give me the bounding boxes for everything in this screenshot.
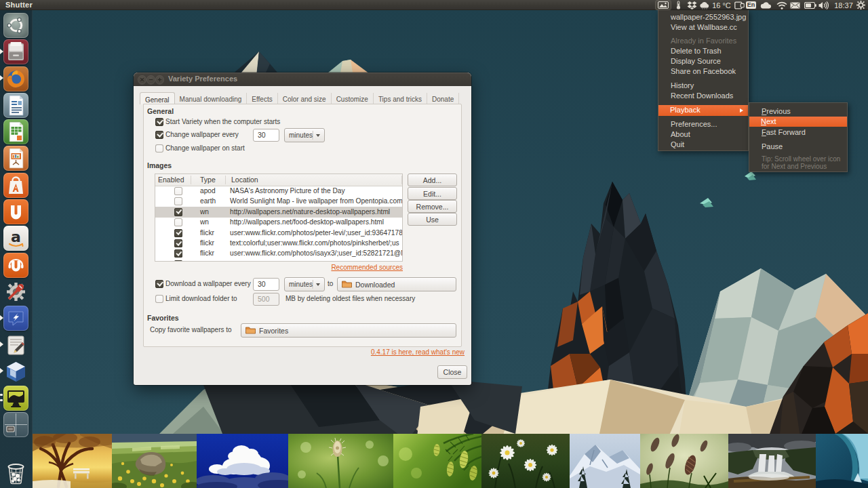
launcher-virtualbox[interactable]: [3, 359, 28, 384]
input-limit-mb[interactable]: 500: [253, 293, 279, 306]
launcher-software-center[interactable]: [3, 173, 28, 198]
menu-item-quit[interactable]: Quit: [659, 140, 747, 150]
column-header-type[interactable]: Type: [191, 174, 226, 186]
checkbox-limit-folder[interactable]: [155, 295, 163, 303]
menu-item-wallpaper-filename[interactable]: wallpaper-2552963.jpg: [659, 12, 747, 22]
thumbnail-waterfall[interactable]: [728, 434, 816, 488]
network-indicator[interactable]: [775, 0, 788, 10]
table-row-flickr-1[interactable]: flickr user:www.flickr.com/photos/peter-…: [155, 228, 402, 238]
launcher-system-settings[interactable]: [3, 279, 28, 304]
close-button[interactable]: Close: [437, 365, 467, 379]
launcher-ubuntu-one[interactable]: [3, 199, 28, 224]
menu-item-recent-downloads[interactable]: Recent Downloads: [659, 91, 747, 101]
window-maximize-button[interactable]: [155, 75, 164, 84]
table-row-earth[interactable]: earth World Sunlight Map - live wallpape…: [155, 197, 402, 207]
sync-indicator[interactable]: [760, 0, 772, 10]
battery-indicator[interactable]: [803, 0, 817, 10]
row-checkbox[interactable]: [174, 260, 182, 262]
row-checkbox[interactable]: [174, 249, 182, 258]
edit-button[interactable]: Edit...: [408, 187, 457, 200]
use-button[interactable]: Use: [408, 213, 457, 226]
menu-item-share-on-facebook[interactable]: Share on Facebook: [659, 66, 747, 77]
menu-item-display-source[interactable]: Display Source: [659, 56, 747, 66]
launcher-ubuntu-one-music[interactable]: [3, 253, 28, 278]
launcher-libreoffice-calc[interactable]: [3, 119, 28, 144]
thumbnail-pine-cones[interactable]: [393, 434, 481, 488]
table-row-flickr-2[interactable]: flickr text:colorful;user:www.flickr.com…: [155, 239, 402, 249]
launcher-dash-home[interactable]: [3, 13, 28, 38]
clipboard-indicator[interactable]: [732, 0, 746, 10]
add-button[interactable]: Add...: [408, 174, 457, 186]
window-titlebar[interactable]: Variety Preferences: [134, 73, 471, 86]
menu-item-view-at-wallbase[interactable]: View at Wallbase.cc: [659, 22, 747, 33]
temperature-label[interactable]: 16 °C: [711, 0, 732, 10]
menu-item-delete-to-trash[interactable]: Delete to Trash: [659, 46, 747, 56]
dropbox-indicator[interactable]: [685, 0, 698, 10]
checkbox-start-on-boot[interactable]: [155, 118, 163, 126]
launcher-trash[interactable]: [3, 461, 28, 486]
weather-indicator[interactable]: [698, 0, 711, 10]
thermometer-indicator[interactable]: [674, 0, 682, 10]
submenu-item-next[interactable]: Next: [749, 117, 847, 127]
row-checkbox[interactable]: [174, 218, 182, 226]
thumbnail-clouds[interactable]: [197, 434, 288, 488]
launcher-amazon[interactable]: a: [3, 226, 28, 251]
launcher-workspace-switcher[interactable]: [3, 412, 28, 437]
clock-indicator[interactable]: 18:37: [834, 0, 853, 10]
menu-item-history[interactable]: History: [659, 81, 747, 91]
download-folder-button[interactable]: Downloaded: [337, 277, 456, 291]
tab-manual-downloading[interactable]: Manual downloading: [175, 93, 248, 104]
submenu-item-previous[interactable]: Previous: [750, 106, 846, 117]
thumbnail-daisies[interactable]: [481, 434, 570, 488]
row-checkbox[interactable]: [174, 208, 182, 216]
update-link[interactable]: 0.4.17 is here, read what's new: [371, 348, 465, 356]
row-checkbox[interactable]: [174, 239, 182, 247]
row-checkbox[interactable]: [174, 197, 182, 205]
window-minimize-button[interactable]: [146, 75, 155, 84]
column-header-location[interactable]: Location: [226, 174, 402, 186]
launcher-libreoffice-writer[interactable]: [3, 93, 28, 118]
launcher-variety[interactable]: [3, 386, 28, 411]
remove-button[interactable]: Remove...: [408, 200, 457, 213]
tab-effects[interactable]: Effects: [247, 93, 277, 104]
checkbox-change-on-start[interactable]: [155, 144, 163, 152]
menu-item-about[interactable]: About: [659, 129, 747, 140]
table-row-flickr-3[interactable]: flickr user:www.flickr.com/photos/isayx3…: [155, 249, 402, 259]
menu-item-playback[interactable]: Playback: [658, 105, 748, 116]
input-change-interval[interactable]: 30: [253, 129, 279, 142]
favorites-folder-button[interactable]: Favorites: [241, 323, 456, 338]
messaging-indicator[interactable]: [789, 0, 802, 10]
keyboard-layout-indicator[interactable]: En: [746, 0, 756, 10]
thumbnail-autumn-tree[interactable]: [33, 434, 112, 488]
launcher-files[interactable]: [3, 39, 28, 64]
tab-general[interactable]: General: [140, 92, 175, 104]
thumbnail-plantain[interactable]: [288, 434, 393, 488]
checkbox-download-wallpaper[interactable]: [155, 280, 163, 288]
launcher-messenger[interactable]: [3, 306, 28, 331]
tab-color-and-size[interactable]: Color and size: [278, 93, 332, 104]
launcher-text-editor[interactable]: [3, 333, 28, 358]
window-close-button[interactable]: [138, 75, 146, 84]
thumbnail-meadow-rock[interactable]: [112, 434, 197, 488]
table-row-wn-nature[interactable]: wn http://wallpapers.net/nature-desktop-…: [155, 207, 402, 217]
recommended-sources-link[interactable]: Recommended sources: [331, 264, 403, 271]
variety-indicator[interactable]: [655, 0, 671, 10]
sound-indicator[interactable]: [817, 0, 831, 10]
checkbox-change-wallpaper-every[interactable]: [155, 131, 163, 139]
row-checkbox[interactable]: [174, 229, 182, 237]
input-download-interval[interactable]: 30: [253, 278, 279, 291]
dropdown-download-unit[interactable]: minutes: [284, 277, 325, 291]
tab-tips-and-tricks[interactable]: Tips and tricks: [374, 93, 427, 104]
table-row-partial[interactable]: [155, 259, 402, 261]
thumbnail-snow-mountain[interactable]: [570, 434, 640, 488]
session-indicator[interactable]: [855, 0, 866, 10]
tab-customize[interactable]: Customize: [332, 93, 374, 104]
column-header-enabled[interactable]: Enabled: [155, 174, 191, 186]
dropdown-change-unit[interactable]: minutes: [284, 128, 325, 142]
thumbnail-iceberg[interactable]: [816, 434, 868, 488]
table-row-wn-food[interactable]: wn http://wallpapers.net/food-desktop-wa…: [155, 218, 402, 228]
launcher-libreoffice-impress[interactable]: [3, 146, 28, 171]
submenu-item-fast-forward[interactable]: Fast Forward: [750, 127, 846, 138]
tab-donate[interactable]: Donate: [427, 93, 459, 104]
launcher-firefox[interactable]: [3, 66, 28, 92]
